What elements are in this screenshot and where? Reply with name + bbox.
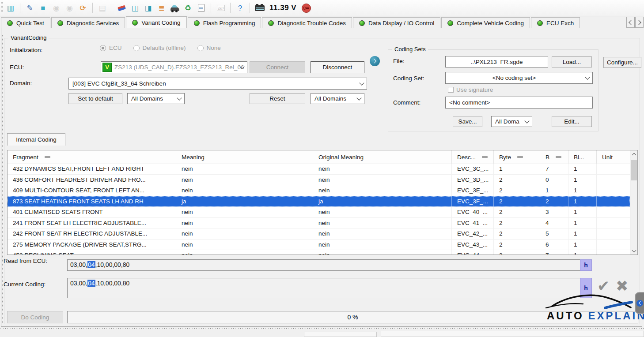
load-button[interactable]: Load...: [552, 56, 592, 67]
comment-field[interactable]: <No comment>: [445, 97, 593, 109]
recycle-icon[interactable]: ♻: [182, 2, 194, 14]
next-arrow-button[interactable]: [370, 56, 380, 66]
tab-data-display-io-control[interactable]: Data Display / IO Control: [353, 17, 440, 28]
table-row[interactable]: 241 FRONT SEAT LH ELECTRIC ADJUSTABLE...…: [8, 218, 630, 229]
battery-icon[interactable]: [254, 2, 265, 14]
toolbar-separator: [250, 3, 250, 13]
transfer-edit-icon[interactable]: ✎: [24, 2, 36, 14]
tab-flash-programming[interactable]: Flash Programming: [188, 17, 261, 28]
toolbar-grip[interactable]: [1, 2, 3, 14]
table-row[interactable]: 242 FRONT SEAT RH ELECTRIC ADJUSTABLE...…: [8, 228, 630, 240]
ignition-icon[interactable]: [300, 2, 312, 14]
save-button[interactable]: Save...: [453, 116, 482, 127]
column-header-fragment[interactable]: Fragment: [8, 150, 176, 164]
radio-defaults-offline[interactable]: Defaults (offline): [133, 45, 186, 51]
tab-ecu-exch[interactable]: ECU Exch: [531, 17, 580, 28]
reset-button[interactable]: Reset: [250, 93, 305, 104]
table-row[interactable]: 432 DYNAMICS SEAT,FRONT LEFT AND RIGHTne…: [8, 164, 630, 175]
table-row[interactable]: 409 MULTI-CONTOUR SEAT, FRONT LEFT AN...…: [8, 185, 630, 196]
column-header-original[interactable]: Original Meaning: [313, 150, 452, 164]
tab-complete-vehicle-coding[interactable]: Complete Vehicle Coding: [441, 17, 530, 28]
network-monitor-icon[interactable]: ◨: [142, 2, 154, 14]
radio-ecu-label: ECU: [109, 45, 122, 51]
tab-scroll-left-button[interactable]: [626, 17, 635, 28]
sort-indicator-icon: [517, 156, 523, 158]
coding-table: FragmentMeaningOriginal MeaningDesc...By…: [7, 150, 638, 255]
hex-format-button-read[interactable]: h: [580, 259, 592, 271]
hex-post: ,10,00,00,80: [95, 261, 130, 268]
cell-fragment: 275 MEMORY PACKAGE (DRIVER SEAT,STRG...: [8, 240, 176, 250]
radio-none[interactable]: None: [197, 45, 221, 51]
file-label: File:: [393, 58, 405, 64]
cell-desc: EVC_41_...: [452, 218, 494, 228]
scroll-down-button[interactable]: [630, 247, 637, 255]
stop-icon[interactable]: ■: [37, 2, 49, 14]
current-coding-field[interactable]: 03,00,04,10,00,00,80: [67, 278, 580, 298]
file-field[interactable]: ..\PXL213_FR.sgde: [445, 56, 548, 67]
table-row[interactable]: 453 RECLINING SEATneinneinEVC_44_271: [8, 250, 630, 255]
column-header-bi[interactable]: Bi...: [568, 150, 597, 164]
cell-b: 4: [540, 218, 568, 228]
tab-label: Quick Test: [16, 20, 44, 26]
cell-byte: 2: [494, 240, 540, 250]
cell-b: 0: [540, 175, 568, 185]
coding-set-select[interactable]: <No coding set>: [445, 72, 593, 84]
globe-refresh-icon[interactable]: ⟳: [77, 2, 89, 14]
tab-status-led-icon: [447, 20, 453, 26]
cell-meaning: nein: [176, 240, 313, 250]
column-header-desc[interactable]: Desc...: [452, 150, 494, 164]
vertical-scrollbar[interactable]: [630, 150, 637, 255]
table-row[interactable]: 275 MEMORY PACKAGE (DRIVER SEAT,STRG...n…: [8, 240, 630, 251]
disconnect-button[interactable]: Disconnect: [311, 61, 364, 73]
tab-scroll-right-button[interactable]: [635, 17, 644, 28]
ecu-select[interactable]: V ZS213 (UDS_CAN_D).EZS213_EZS213_Rel_06: [101, 61, 247, 73]
scroll-up-button[interactable]: [630, 150, 637, 158]
panel-grip-vertical[interactable]: [2, 35, 3, 324]
eraser-icon[interactable]: [116, 2, 128, 14]
hex-pre: 03,00,: [70, 280, 87, 287]
tab-diagnostic-services[interactable]: Diagnostic Services: [51, 17, 125, 28]
read-from-ecu-field[interactable]: 03,00,04,10,00,00,80: [67, 259, 580, 271]
scrollbar-thumb[interactable]: [631, 160, 637, 180]
remote-access-icon[interactable]: [635, 292, 644, 314]
domain-select-value: [003] EVC CfgBit_33_64 Schreiben: [72, 80, 166, 87]
configure-button[interactable]: Configure...: [603, 57, 641, 68]
document-icon: [198, 4, 205, 12]
edit-button[interactable]: Edit...: [552, 116, 592, 127]
all-domains-select-1[interactable]: All Domains: [127, 93, 185, 104]
set-to-default-button[interactable]: Set to default: [68, 93, 122, 104]
window-columns-icon[interactable]: ▥: [4, 2, 16, 14]
tab-variant-coding[interactable]: Variant Coding: [126, 16, 186, 28]
column-header-byte[interactable]: Byte: [494, 150, 540, 164]
use-signature-checkbox[interactable]: [448, 87, 454, 93]
table-row[interactable]: 401 CLIMATISED SEATS FRONTneinneinEVC_40…: [8, 207, 630, 218]
cell-b: 6: [540, 240, 568, 250]
radio-ecu[interactable]: ECU: [100, 45, 122, 51]
auto-explain-wordmark: AUTOEXPLAIN: [547, 310, 644, 322]
table-row[interactable]: 873 SEAT HEATING FRONT SEATS LH AND RHja…: [8, 196, 630, 207]
tab-quick-test[interactable]: Quick Test: [1, 17, 50, 28]
vehicle-icon[interactable]: [169, 2, 181, 14]
cell-b: 2: [540, 196, 568, 207]
all-domains-select-2[interactable]: All Domains: [311, 93, 364, 104]
user-list-icon[interactable]: ≣: [155, 2, 167, 14]
table-row[interactable]: 436 COMFORT HEADREST DRIVER AND FRO...ne…: [8, 175, 630, 186]
sort-indicator-icon: [45, 156, 50, 158]
progress-text: 0 %: [347, 314, 358, 321]
auto-explain-logo: AUTOEXPLAIN: [544, 290, 637, 321]
splitter-handle-horizontal[interactable]: [0, 328, 644, 329]
help-icon[interactable]: ?: [234, 2, 246, 14]
domain-select[interactable]: [003] EVC CfgBit_33_64 Schreiben: [68, 78, 367, 90]
document-icon[interactable]: [195, 2, 207, 14]
monitor-connect-icon[interactable]: ◫: [129, 2, 141, 14]
column-header-unit[interactable]: Unit: [597, 150, 630, 164]
next-disabled-icon: ◉: [64, 2, 76, 14]
read-from-ecu-label: Read from ECU:: [4, 258, 47, 264]
column-header-meaning[interactable]: Meaning: [176, 150, 313, 164]
tab-diagnostic-trouble-codes[interactable]: Diagnostic Trouble Codes: [262, 17, 352, 28]
bottom-panel-left: [304, 332, 377, 337]
column-header-b[interactable]: B: [540, 150, 568, 164]
all-domains-select-3[interactable]: All Doma: [491, 116, 532, 127]
internal-coding-tab[interactable]: Internal Coding: [7, 133, 65, 146]
cell-desc: EVC_3D_...: [452, 175, 494, 185]
